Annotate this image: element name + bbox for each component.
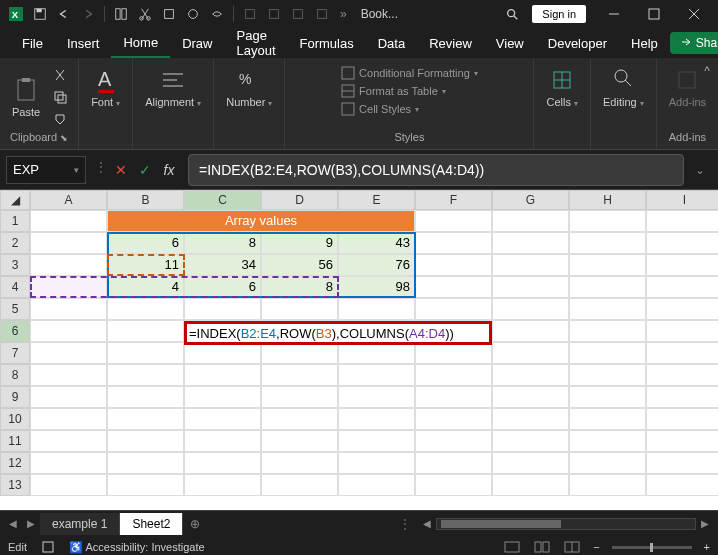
qat-icon-7[interactable]: [288, 4, 308, 24]
addins-button[interactable]: Add-ins: [665, 62, 710, 112]
share-button[interactable]: Share ▾: [670, 32, 718, 54]
cell-B2[interactable]: 6: [107, 232, 184, 254]
cell-G2[interactable]: [492, 232, 569, 254]
zoom-slider[interactable]: [612, 546, 692, 549]
qat-icon-5[interactable]: [240, 4, 260, 24]
active-cell-formula[interactable]: =INDEX(B2:E4,ROW(B3),COLUMNS(A4:D4)): [184, 321, 492, 345]
row-4[interactable]: 4: [0, 276, 30, 298]
cell-I6[interactable]: [646, 320, 718, 342]
cell-H2[interactable]: [569, 232, 646, 254]
qat-icon-1[interactable]: [111, 4, 131, 24]
cell-E10[interactable]: [338, 408, 415, 430]
cut-button[interactable]: [50, 66, 70, 84]
cell-G1[interactable]: [492, 210, 569, 232]
cell-H1[interactable]: [569, 210, 646, 232]
tab-review[interactable]: Review: [417, 30, 484, 57]
cell-I5[interactable]: [646, 298, 718, 320]
zoom-out-button[interactable]: −: [593, 541, 599, 553]
cell-B1-E1[interactable]: Array values: [107, 210, 415, 232]
cell-G10[interactable]: [492, 408, 569, 430]
cell-E4[interactable]: 98: [338, 276, 415, 298]
cell-G12[interactable]: [492, 452, 569, 474]
tab-data[interactable]: Data: [366, 30, 417, 57]
cell-H11[interactable]: [569, 430, 646, 452]
editing-button[interactable]: Editing ▾: [599, 62, 648, 112]
col-H[interactable]: H: [569, 190, 646, 210]
cell-E11[interactable]: [338, 430, 415, 452]
cell-I13[interactable]: [646, 474, 718, 496]
cell-A5[interactable]: [30, 298, 107, 320]
enter-formula-button[interactable]: ✓: [134, 159, 156, 181]
cell-E7[interactable]: [338, 342, 415, 364]
cell-H12[interactable]: [569, 452, 646, 474]
col-B[interactable]: B: [107, 190, 184, 210]
cell-C4[interactable]: 6: [184, 276, 261, 298]
cell-C7[interactable]: [184, 342, 261, 364]
tab-help[interactable]: Help: [619, 30, 670, 57]
col-D[interactable]: D: [261, 190, 338, 210]
sheet-nav-next[interactable]: ▶: [22, 518, 40, 529]
cell-C10[interactable]: [184, 408, 261, 430]
cell-A10[interactable]: [30, 408, 107, 430]
cell-F13[interactable]: [415, 474, 492, 496]
cell-D3[interactable]: 56: [261, 254, 338, 276]
row-12[interactable]: 12: [0, 452, 30, 474]
tab-insert[interactable]: Insert: [55, 30, 112, 57]
cell-I9[interactable]: [646, 386, 718, 408]
view-normal-icon[interactable]: [503, 540, 521, 554]
tab-draw[interactable]: Draw: [170, 30, 224, 57]
chevron-down-icon[interactable]: ▾: [74, 165, 79, 175]
cell-H7[interactable]: [569, 342, 646, 364]
formula-input[interactable]: =INDEX(B2:E4,ROW(B3),COLUMNS(A4:D4)): [188, 154, 684, 186]
cut-icon[interactable]: [135, 4, 155, 24]
cell-H9[interactable]: [569, 386, 646, 408]
cell-I3[interactable]: [646, 254, 718, 276]
cell-C12[interactable]: [184, 452, 261, 474]
cell-F12[interactable]: [415, 452, 492, 474]
qat-icon-4[interactable]: [207, 4, 227, 24]
col-C[interactable]: C: [184, 190, 261, 210]
cell-G13[interactable]: [492, 474, 569, 496]
cell-A11[interactable]: [30, 430, 107, 452]
row-1[interactable]: 1: [0, 210, 30, 232]
hscroll-thumb[interactable]: [441, 520, 561, 528]
col-E[interactable]: E: [338, 190, 415, 210]
cell-A2[interactable]: [30, 232, 107, 254]
cell-H5[interactable]: [569, 298, 646, 320]
sheet-nav-prev[interactable]: ◀: [4, 518, 22, 529]
search-icon[interactable]: [502, 4, 522, 24]
sheet-tab-sheet2[interactable]: Sheet2: [120, 513, 183, 535]
cell-G5[interactable]: [492, 298, 569, 320]
qat-icon-6[interactable]: [264, 4, 284, 24]
col-G[interactable]: G: [492, 190, 569, 210]
cell-F10[interactable]: [415, 408, 492, 430]
view-page-icon[interactable]: [533, 540, 551, 554]
cell-G4[interactable]: [492, 276, 569, 298]
cell-H4[interactable]: [569, 276, 646, 298]
fx-button[interactable]: fx: [158, 159, 180, 181]
cell-D2[interactable]: 9: [261, 232, 338, 254]
cell-G7[interactable]: [492, 342, 569, 364]
cell-H13[interactable]: [569, 474, 646, 496]
cell-I1[interactable]: [646, 210, 718, 232]
hscroll-left[interactable]: ◀: [418, 518, 436, 529]
cell-C11[interactable]: [184, 430, 261, 452]
cell-G11[interactable]: [492, 430, 569, 452]
cell-A1[interactable]: [30, 210, 107, 232]
cell-E8[interactable]: [338, 364, 415, 386]
horizontal-scrollbar[interactable]: [436, 518, 696, 530]
cell-B9[interactable]: [107, 386, 184, 408]
tab-formulas[interactable]: Formulas: [288, 30, 366, 57]
name-box[interactable]: EXP ▾: [6, 156, 86, 184]
qat-icon-8[interactable]: [312, 4, 332, 24]
cell-F7[interactable]: [415, 342, 492, 364]
minimize-button[interactable]: [594, 0, 634, 28]
cell-B7[interactable]: [107, 342, 184, 364]
cell-F3[interactable]: [415, 254, 492, 276]
cell-C9[interactable]: [184, 386, 261, 408]
cancel-formula-button[interactable]: ✕: [110, 159, 132, 181]
cell-B4[interactable]: 4: [107, 276, 184, 298]
hscroll-right[interactable]: ▶: [696, 518, 714, 529]
cell-B13[interactable]: [107, 474, 184, 496]
cell-G3[interactable]: [492, 254, 569, 276]
